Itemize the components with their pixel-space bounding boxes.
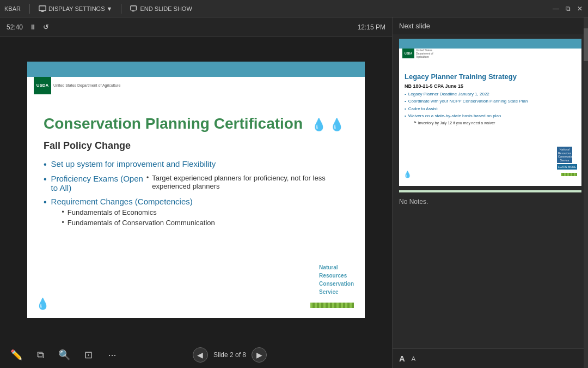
sub-bullet-3: Fundamentals of Conservation Communicati… <box>62 219 215 227</box>
preview-bullet-list: Legacy Planner Deadline January 1, 2022 … <box>405 92 576 126</box>
preview-bullet-2: Coordinate with your NCPP Conservation P… <box>405 99 576 104</box>
increase-font-button[interactable]: A <box>399 354 405 363</box>
toolbar: KBAR DISPLAY SETTINGS ▼ END SLIDE SHOW —… <box>0 0 588 17</box>
sub-bullet-list-2: Fundamentals of Economics Fundamentals o… <box>62 208 215 227</box>
slide-title-text: Conservation Planning Certification <box>44 115 303 132</box>
slide-subtitle: Fall Policy Change <box>44 140 348 152</box>
preview-bullet-1: Legacy Planner Deadline January 1, 2022 <box>405 92 576 97</box>
preview-header-bar <box>399 39 581 49</box>
bullet-3-container: Requirement Changes (Competencies) Funda… <box>51 197 215 229</box>
restore-button[interactable]: ⧉ <box>564 5 572 13</box>
usda-icon: USDA <box>34 77 51 94</box>
preview-green-bar <box>561 173 577 176</box>
next-slide-preview: USDA United StatesDepartment ofAgricultu… <box>399 39 581 186</box>
taskbar-item[interactable]: KBAR <box>4 5 21 12</box>
preview-drop-icon: 💧 <box>403 171 412 178</box>
search-tool-button[interactable]: 🔍 <box>57 347 72 363</box>
preview-content: Legacy Planner Training Strategy NB 180-… <box>399 68 581 132</box>
bullet-3-text: Requirement Changes (Competencies) <box>51 197 193 206</box>
tool-buttons: ✏️ ⧉ 🔍 ⊡ ··· <box>9 347 120 363</box>
preview-bullet-4-container: Waivers on a state-by-state basis based … <box>408 113 501 126</box>
right-panel: Next slide USDA United StatesDepartment … <box>392 17 588 368</box>
sub-bullet-1: Target experienced planners for proficie… <box>146 174 348 190</box>
taskbar-label: KBAR <box>4 5 21 12</box>
preview-nrcs-box: NationalResourcesConservationService <box>557 147 572 163</box>
preview-usda-icon: USDA <box>402 49 414 58</box>
pen-tool-button[interactable]: ✏️ <box>9 347 24 363</box>
slide-content: Conservation Planning Certification 💧 💧 … <box>27 104 365 244</box>
bullet-item-2: Proficiency Exams (Open to All) Target e… <box>44 174 348 192</box>
usda-logo: USDA United States Department of Agricul… <box>34 77 120 94</box>
preview-sub-bullet-1: Inventory by July 12 if you may need a w… <box>414 120 501 125</box>
slide-area: 52:40 ⏸ ↺ 12:15 PM USDA United States De… <box>0 17 392 368</box>
preview-sub-bullet-list: Inventory by July 12 if you may need a w… <box>414 120 501 125</box>
slide-indicator: Slide 2 of 8 <box>213 351 246 359</box>
preview-slide-title: Legacy Planner Training Strategy <box>405 73 576 81</box>
time-elapsed: 52:40 <box>7 23 23 31</box>
preview-learn-more: LEARN MORE <box>557 164 577 170</box>
copy-tool-button[interactable]: ⧉ <box>33 347 48 363</box>
preview-slide-subtitle: NB 180-21-5 CPA June 15 <box>405 83 576 89</box>
bullet-2-text: Proficiency Exams (Open to All) <box>51 174 144 192</box>
right-scrollbar[interactable] <box>584 17 588 368</box>
bullet-item-1: Set up system for improvement and Flexib… <box>44 159 348 170</box>
svg-rect-3 <box>131 5 137 10</box>
crop-tool-button[interactable]: ⊡ <box>81 347 96 363</box>
svg-rect-0 <box>39 5 46 10</box>
preview-bullet-4: Waivers on a state-by-state basis based … <box>405 113 576 126</box>
usda-subtitle: United States Department of Agriculture <box>53 83 120 88</box>
title-decoration-icons: 💧 💧 <box>311 118 344 131</box>
playback-bar: 52:40 ⏸ ↺ 12:15 PM <box>0 17 392 37</box>
text-tools-bar: A A <box>393 348 588 368</box>
slide-container: USDA United States Department of Agricul… <box>0 37 392 342</box>
preview-bullet-3: Cadre to Assist <box>405 106 576 112</box>
bottom-toolbar: ✏️ ⧉ 🔍 ⊡ ··· ◀ Slide 2 of 8 ▶ <box>0 342 392 368</box>
main-bullet-list: Set up system for improvement and Flexib… <box>44 159 348 229</box>
prev-slide-button[interactable]: ◀ <box>193 347 208 363</box>
bullet-1-text: Set up system for improvement and Flexib… <box>51 159 216 168</box>
slide-header-bar <box>27 62 365 77</box>
more-tool-button[interactable]: ··· <box>105 347 120 363</box>
main-area: 52:40 ⏸ ↺ 12:15 PM USDA United States De… <box>0 17 588 368</box>
sub-bullet-list-1: Target experienced planners for proficie… <box>146 174 348 192</box>
preview-nrcs-logo: NationalResourcesConservationService LEA… <box>557 147 577 170</box>
minimize-button[interactable]: — <box>552 5 560 13</box>
notes-text: No Notes. <box>399 198 428 206</box>
sub-bullet-2: Fundamentals of Economics <box>62 208 215 216</box>
display-icon <box>39 5 46 13</box>
preview-usda-logo: USDA United StatesDepartment ofAgricultu… <box>402 49 433 58</box>
slide-navigation: ◀ Slide 2 of 8 ▶ <box>193 347 267 363</box>
toolbar-separator <box>29 4 30 14</box>
bullet-item-3: Requirement Changes (Competencies) Funda… <box>44 197 348 229</box>
end-slideshow-label: END SLIDE SHOW <box>140 5 192 12</box>
refresh-button[interactable]: ↺ <box>43 23 49 31</box>
nrcs-text: NaturalResourcesConservationService <box>319 263 354 296</box>
window-controls: — ⧉ ✕ <box>552 5 584 13</box>
slide-title: Conservation Planning Certification 💧 💧 <box>44 115 348 132</box>
water-drop-icon: 💧 <box>36 297 50 310</box>
current-time: 12:15 PM <box>358 23 385 31</box>
notes-section: No Notes. <box>393 192 588 348</box>
preview-usda-text: United StatesDepartment ofAgriculture <box>416 49 433 58</box>
end-slideshow-item[interactable]: END SLIDE SHOW <box>130 5 192 13</box>
decrease-font-button[interactable]: A <box>412 355 415 362</box>
nrcs-info: NaturalResourcesConservationService <box>319 263 354 296</box>
display-settings-item[interactable]: DISPLAY SETTINGS ▼ <box>39 5 112 13</box>
scrollbar-thumb[interactable] <box>584 28 588 61</box>
slideshow-icon <box>130 5 138 13</box>
next-slide-button[interactable]: ▶ <box>252 347 267 363</box>
display-settings-label: DISPLAY SETTINGS ▼ <box>48 5 112 12</box>
slide-green-bar <box>310 303 354 308</box>
main-slide: USDA United States Department of Agricul… <box>27 62 365 318</box>
next-slide-heading: Next slide <box>393 17 588 34</box>
pause-button[interactable]: ⏸ <box>29 23 36 31</box>
toolbar-separator2 <box>121 4 121 14</box>
close-button[interactable]: ✕ <box>576 5 584 13</box>
